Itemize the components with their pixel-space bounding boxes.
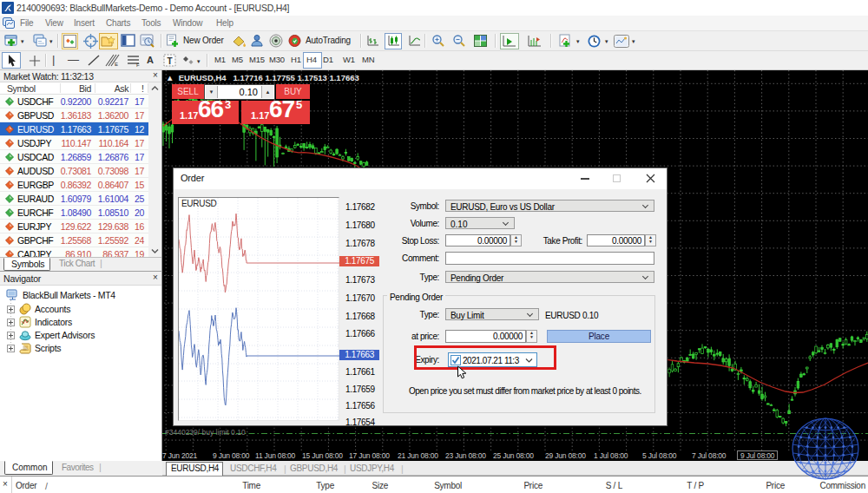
svg-text:E: E xyxy=(115,62,118,67)
svg-text:T: T xyxy=(168,56,173,66)
svg-text:F: F xyxy=(136,62,140,67)
